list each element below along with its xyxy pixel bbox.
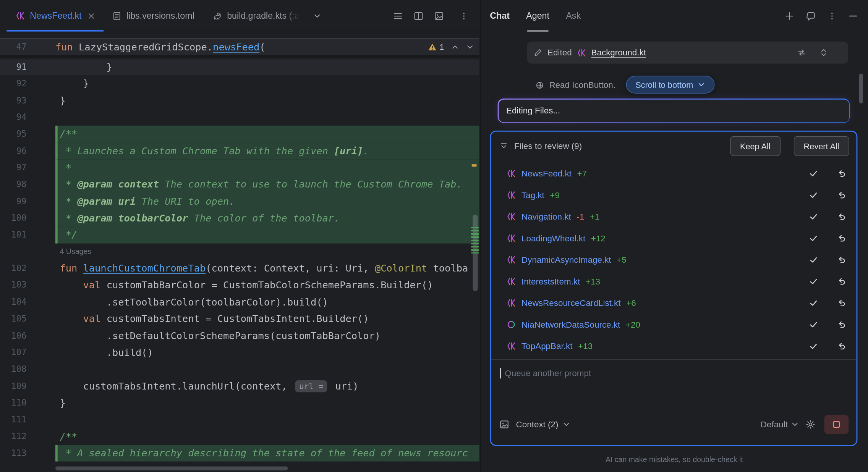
unfold-icon[interactable] (819, 48, 828, 57)
read-file-row[interactable]: Read IconButton. (535, 76, 615, 94)
code-line[interactable]: 112/** (0, 428, 479, 445)
code-line[interactable]: 94 (0, 109, 479, 126)
code-line[interactable]: 107 .build() (0, 344, 479, 361)
tab-newsfeed[interactable]: NewsFeed.kt (6, 0, 104, 32)
file-review-row[interactable]: TopAppBar.kt+13 (491, 335, 856, 357)
accept-file-check-icon[interactable] (809, 212, 818, 221)
stripe-change-markers[interactable] (471, 227, 479, 254)
list-view-icon[interactable] (393, 11, 403, 21)
tab-ask[interactable]: Ask (566, 0, 581, 32)
revert-file-undo-icon[interactable] (837, 320, 847, 330)
accept-file-check-icon[interactable] (809, 255, 818, 265)
keep-all-button[interactable]: Keep All (730, 136, 781, 156)
file-review-row[interactable]: Navigation.kt-1+1 (491, 206, 856, 228)
image-preview-icon[interactable] (434, 11, 444, 21)
code-line[interactable]: 101 */ (0, 226, 479, 243)
code-line[interactable]: 110} (0, 394, 479, 411)
chevron-up-icon[interactable] (451, 43, 459, 51)
revert-file-undo-icon[interactable] (837, 233, 847, 243)
stop-button[interactable] (824, 415, 849, 434)
stripe-warning-marker[interactable] (472, 164, 477, 166)
more-options-icon[interactable] (828, 11, 836, 20)
editor-horizontal-scrollbar[interactable] (55, 466, 288, 470)
code-line[interactable]: 104 .setToolbarColor(toolbarColor).build… (0, 294, 479, 310)
model-selector[interactable]: Default (761, 419, 799, 429)
revert-file-undo-icon[interactable] (837, 341, 847, 351)
file-link[interactable]: LoadingWheel.kt (521, 233, 585, 243)
file-link[interactable]: TopAppBar.kt (521, 341, 573, 351)
accept-file-check-icon[interactable] (809, 169, 818, 178)
inlay-hint[interactable]: url = (295, 380, 327, 392)
chevron-down-icon[interactable] (466, 43, 474, 51)
editing-files-status[interactable]: Editing Files... (498, 99, 850, 123)
revert-file-undo-icon[interactable] (837, 276, 847, 286)
diff-icon[interactable] (797, 48, 806, 57)
file-link[interactable]: NiaNetworkDataSource.kt (521, 320, 620, 330)
file-link[interactable]: NewsFeed.kt (521, 168, 572, 178)
code-line[interactable]: 109 customTabsIntent.launchUrl(context, … (0, 378, 479, 394)
revert-all-button[interactable]: Revert All (794, 136, 849, 156)
code-line[interactable]: 100 * @param toolbarColor The color of t… (0, 210, 479, 226)
code-line[interactable]: 113 * A sealed hierarchy describing the … (0, 445, 479, 462)
more-options-icon[interactable] (460, 11, 468, 20)
revert-file-undo-icon[interactable] (837, 190, 847, 200)
accept-file-check-icon[interactable] (809, 233, 818, 243)
split-editor-icon[interactable] (413, 11, 423, 21)
code-line[interactable]: 95/** (0, 126, 479, 142)
file-review-row[interactable]: LoadingWheel.kt+12 (491, 228, 856, 249)
code-area[interactable]: 91 }92 }93}9495/**96 * Launches a Custom… (0, 55, 479, 472)
code-line[interactable]: 91 } (0, 59, 479, 76)
file-review-row[interactable]: NiaNetworkDataSource.kt+20 (491, 314, 856, 336)
code-line[interactable]: 98 * @param context The context to use t… (0, 176, 479, 193)
file-link[interactable]: DynamicAsyncImage.kt (521, 255, 611, 265)
file-review-row[interactable]: InterestsItem.kt+13 (491, 271, 856, 293)
tab-overflow-chevron[interactable] (308, 0, 326, 32)
file-review-row[interactable]: NewsResourceCardList.kt+6 (491, 292, 856, 314)
code-line[interactable]: 92 } (0, 76, 479, 92)
sticky-line[interactable]: 47 fun LazyStaggeredGridScope.newsFeed( … (0, 38, 479, 55)
code-line[interactable]: 103 val customTabBarColor = CustomTabCol… (0, 277, 479, 294)
chat-scrollbar[interactable] (859, 74, 863, 103)
code-line[interactable]: 97 * (0, 159, 479, 176)
chat-history-icon[interactable] (806, 11, 816, 21)
file-link[interactable]: Tag.kt (521, 190, 544, 200)
edited-file-card[interactable]: Edited Background.kt (527, 42, 848, 64)
usages-hint-row[interactable]: 4 Usages (0, 243, 479, 260)
prompt-input[interactable]: Queue another prompt (491, 360, 856, 409)
accept-file-check-icon[interactable] (809, 276, 818, 286)
revert-file-undo-icon[interactable] (837, 169, 847, 178)
code-line[interactable]: 99 * @param uri The URI to open. (0, 193, 479, 210)
code-line[interactable]: 105 val customTabsIntent = CustomTabsInt… (0, 310, 479, 327)
revert-file-undo-icon[interactable] (837, 212, 847, 221)
tab-agent[interactable]: Agent (526, 0, 549, 32)
code-line[interactable]: 111 (0, 411, 479, 428)
context-selector[interactable]: Context (2) (516, 419, 570, 429)
collapse-icon[interactable] (499, 142, 508, 150)
accept-file-check-icon[interactable] (809, 190, 818, 200)
warning-badge[interactable]: 1 (428, 43, 444, 52)
attach-image-icon[interactable] (499, 419, 509, 429)
tab-build-gradle[interactable]: build.gradle.kts (:a (203, 0, 308, 32)
accept-file-check-icon[interactable] (809, 298, 818, 308)
file-review-row[interactable]: DynamicAsyncImage.kt+5 (491, 249, 856, 271)
edited-file-link[interactable]: Background.kt (591, 48, 646, 58)
file-review-row[interactable]: NewsFeed.kt+7 (491, 163, 856, 184)
minimize-icon[interactable] (848, 11, 858, 21)
tab-libs-versions-toml[interactable]: libs.versions.toml (104, 0, 203, 32)
code-line[interactable]: 106 .setDefaultColorSchemeParams(customT… (0, 327, 479, 344)
new-chat-icon[interactable] (784, 11, 794, 21)
code-line[interactable]: 96 * Launches a Custom Chrome Tab with t… (0, 142, 479, 159)
accept-file-check-icon[interactable] (809, 320, 818, 330)
revert-file-undo-icon[interactable] (837, 298, 847, 308)
file-link[interactable]: NewsResourceCardList.kt (521, 298, 621, 308)
file-link[interactable]: InterestsItem.kt (521, 276, 580, 286)
close-icon[interactable] (88, 13, 95, 19)
code-line[interactable]: 102fun launchCustomChromeTab(context: Co… (0, 260, 479, 277)
revert-file-undo-icon[interactable] (837, 255, 847, 265)
code-line[interactable]: 108 (0, 361, 479, 378)
scroll-to-bottom-button[interactable]: Scroll to bottom (626, 76, 715, 94)
code-line[interactable]: 93} (0, 92, 479, 109)
gear-icon[interactable] (805, 419, 815, 429)
tab-chat[interactable]: Chat (490, 0, 510, 32)
accept-file-check-icon[interactable] (809, 341, 818, 351)
